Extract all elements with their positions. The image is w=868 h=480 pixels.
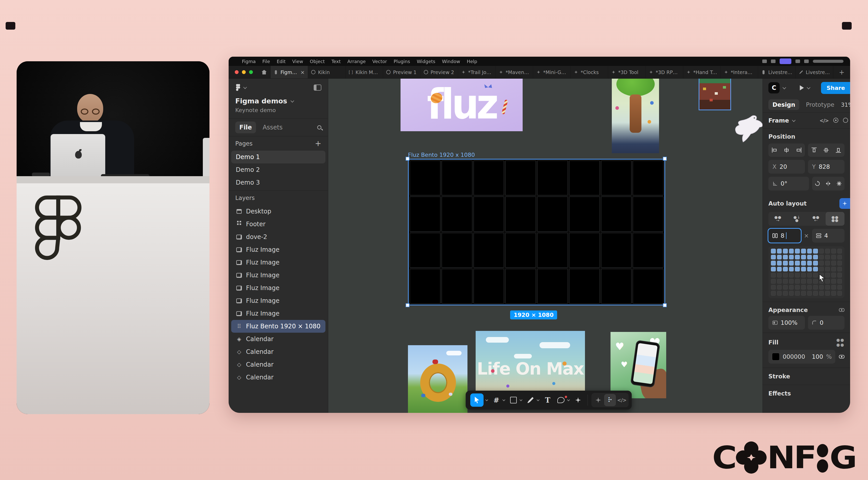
align-bottom-icon[interactable] xyxy=(835,147,842,154)
grid-picker-cell[interactable] xyxy=(831,249,836,254)
grid-picker-cell[interactable] xyxy=(795,291,800,296)
menu-item[interactable]: Figma xyxy=(242,59,256,64)
grid-picker-cell[interactable] xyxy=(777,267,782,271)
fill-color-input[interactable]: 000000 100 % xyxy=(768,350,835,363)
grid-picker-cell[interactable] xyxy=(807,255,812,260)
y-position-input[interactable]: Y 828 xyxy=(808,160,844,173)
menu-item[interactable]: Edit xyxy=(277,59,286,64)
grid-picker-cell[interactable] xyxy=(801,267,806,271)
bento-grid-cell[interactable] xyxy=(442,197,472,231)
grid-picker-cell[interactable] xyxy=(819,261,824,265)
grid-picker-cell[interactable] xyxy=(795,273,800,278)
grid-picker-cell[interactable] xyxy=(777,261,782,265)
file-tab[interactable]: *Clocks xyxy=(571,66,608,78)
grid-picker-cell[interactable] xyxy=(789,291,794,296)
home-tab-button[interactable] xyxy=(258,66,271,78)
tab-design[interactable]: Design xyxy=(768,99,799,110)
menu-item[interactable]: Text xyxy=(331,59,341,64)
grid-picker-cell[interactable] xyxy=(777,249,782,254)
chevron-down-icon[interactable] xyxy=(485,398,488,401)
grid-picker-cell[interactable] xyxy=(819,255,824,260)
file-tab[interactable]: *3D Tool xyxy=(608,66,646,78)
grid-picker-cell[interactable] xyxy=(783,255,788,260)
selection-handle-bl[interactable] xyxy=(406,303,409,307)
layer-item[interactable]: Footer xyxy=(231,218,326,230)
grid-picker-cell[interactable] xyxy=(771,273,776,278)
ai-suggest-layout-button[interactable] xyxy=(839,198,850,209)
zoom-level-control[interactable]: 31% xyxy=(841,102,850,108)
game-thumbnail-image[interactable] xyxy=(699,78,731,110)
layer-item[interactable]: Desktop xyxy=(231,205,326,218)
grid-picker-cell[interactable] xyxy=(813,255,818,260)
grid-picker-cell[interactable] xyxy=(801,285,806,290)
bento-grid-cell[interactable] xyxy=(442,269,472,303)
toolbar-tool[interactable] xyxy=(491,393,506,407)
grid-picker-cell[interactable] xyxy=(813,261,818,265)
grid-picker-cell[interactable] xyxy=(813,291,818,296)
grid-picker-cell[interactable] xyxy=(795,255,800,260)
grid-picker-cell[interactable] xyxy=(801,291,806,296)
page-item[interactable]: Demo 1 xyxy=(231,151,326,163)
grid-picker-cell[interactable] xyxy=(783,261,788,265)
grid-picker-cell[interactable] xyxy=(837,273,842,278)
grid-picker-cell[interactable] xyxy=(777,273,782,278)
grid-picker-cell[interactable] xyxy=(771,267,776,271)
grid-picker-cell[interactable] xyxy=(801,279,806,284)
window-controls[interactable] xyxy=(228,66,258,78)
fluz-bento-frame[interactable] xyxy=(408,159,665,306)
styles-icon[interactable]: ●●●● xyxy=(836,338,844,347)
toolbar-tool[interactable] xyxy=(542,393,554,407)
grid-size-picker[interactable] xyxy=(768,246,844,298)
grid-picker-cell[interactable] xyxy=(789,267,794,271)
align-right-icon[interactable] xyxy=(796,147,802,154)
dev-resource-icon[interactable]: </> xyxy=(819,118,829,123)
file-tab[interactable]: *Mini-Grid i xyxy=(533,66,571,78)
chevron-down-icon[interactable] xyxy=(807,86,810,89)
grid-picker-cell[interactable] xyxy=(819,285,824,290)
selection-handle-tl[interactable] xyxy=(406,157,409,161)
grid-picker-cell[interactable] xyxy=(837,279,842,284)
grid-picker-cell[interactable] xyxy=(801,249,806,254)
grid-picker-cell[interactable] xyxy=(831,285,836,290)
selection-handle-br[interactable] xyxy=(663,303,667,307)
chevron-down-icon[interactable] xyxy=(792,119,796,122)
grid-picker-cell[interactable] xyxy=(807,267,812,271)
corner-radius-input[interactable]: 0 xyxy=(808,316,844,330)
grid-picker-cell[interactable] xyxy=(795,267,800,271)
menu-item[interactable]: Window xyxy=(442,59,460,64)
grid-picker-cell[interactable] xyxy=(771,279,776,284)
grid-picker-cell[interactable] xyxy=(819,249,824,254)
frame-name-label[interactable]: Fluz Bento 1920 x 1080 xyxy=(408,152,475,158)
layer-item[interactable]: Calendar xyxy=(231,358,326,371)
grid-picker-cell[interactable] xyxy=(783,291,788,296)
ring-image[interactable] xyxy=(408,345,467,413)
tab-file[interactable]: File xyxy=(235,122,256,133)
fill-color-swatch[interactable] xyxy=(772,353,780,360)
x-position-input[interactable]: X 20 xyxy=(768,160,805,173)
toolbar-tool[interactable] xyxy=(525,393,540,407)
grid-picker-cell[interactable] xyxy=(771,291,776,296)
chevron-down-icon[interactable] xyxy=(537,398,539,401)
design-canvas[interactable]: fluz xyxy=(328,78,763,413)
grid-picker-cell[interactable] xyxy=(813,267,818,271)
tab-assets[interactable]: Assets xyxy=(258,122,287,133)
component-target-icon[interactable] xyxy=(833,118,838,123)
close-tab-icon[interactable]: × xyxy=(301,69,305,75)
grid-picker-cell[interactable] xyxy=(807,291,812,296)
layer-item[interactable]: dove-2 xyxy=(231,230,326,243)
layer-item[interactable]: Fluz Image xyxy=(231,294,326,307)
grid-picker-cell[interactable] xyxy=(837,291,842,296)
layer-item[interactable]: Fluz Image xyxy=(231,243,326,256)
layer-item[interactable]: Fluz Image xyxy=(231,307,326,320)
grid-columns-input[interactable]: 8 xyxy=(768,229,801,243)
rotate-icon[interactable] xyxy=(815,181,820,186)
toolbar-mode-tool[interactable] xyxy=(592,394,604,406)
grid-picker-cell[interactable] xyxy=(801,273,806,278)
file-tab[interactable]: Figma d × xyxy=(271,66,308,78)
bento-grid-cell[interactable] xyxy=(474,197,504,231)
grid-picker-cell[interactable] xyxy=(777,285,782,290)
bento-grid-cell[interactable] xyxy=(410,161,440,195)
direction-vertical-icon[interactable]: ●↓● xyxy=(787,212,807,226)
layer-item[interactable]: Fluz Bento 1920 × 1080 xyxy=(231,320,326,333)
bento-grid-cell[interactable] xyxy=(537,233,568,267)
